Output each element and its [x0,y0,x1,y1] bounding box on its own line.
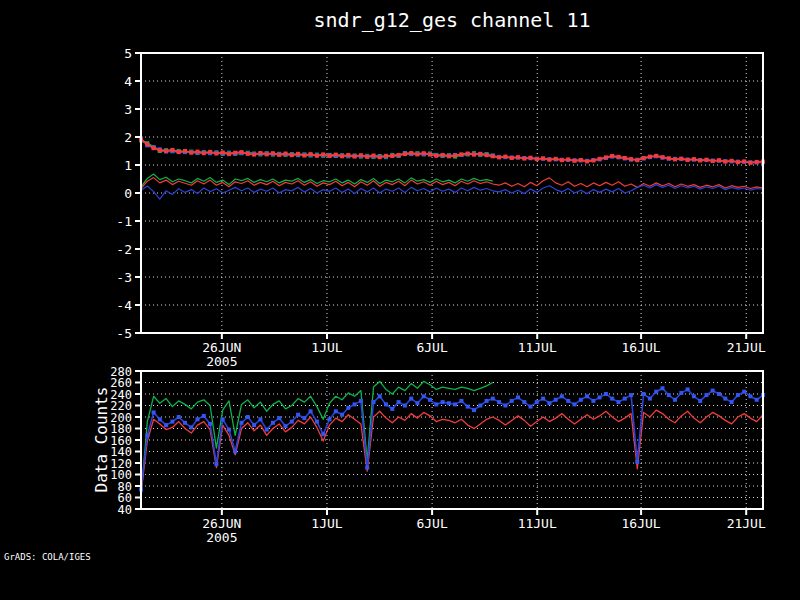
data-point-marker [673,157,677,161]
data-point-marker [510,156,514,160]
data-point-marker [290,420,294,424]
data-point-marker [252,153,256,157]
data-point-marker [604,392,608,396]
data-point-marker [554,157,558,161]
data-point-marker [554,398,558,402]
data-point-marker [346,153,350,157]
data-point-marker [742,390,746,394]
data-point-marker [560,158,564,162]
data-point-marker [183,421,187,425]
grads-plot-screen: sndr_g12_ges channel 11 543210-1-2-3-4-5… [0,0,800,600]
x-tick-sublabel: 2005 [206,354,237,369]
data-point-marker [384,402,388,406]
data-point-marker [742,159,746,163]
data-point-marker [340,154,344,158]
data-point-marker [422,151,426,155]
data-point-marker [679,391,683,395]
data-point-marker [152,410,156,414]
data-point-marker [372,400,376,404]
data-point-marker [221,150,225,154]
data-point-marker [717,158,721,162]
data-point-marker [158,417,162,421]
y-tick-label: 0 [124,186,132,201]
data-point-marker [246,152,250,156]
data-point-marker [566,399,570,403]
data-point-marker [686,387,690,391]
series-blue-counts-markers [139,386,765,491]
data-point-marker [277,153,281,157]
data-point-marker [478,404,482,408]
data-point-marker [415,401,419,405]
series-green-line-series-line [141,174,493,187]
data-point-marker [466,405,470,409]
data-point-marker [233,151,237,155]
data-point-marker [642,156,646,160]
data-point-marker [585,394,589,398]
data-point-marker [189,151,193,155]
data-point-marker [535,400,539,404]
y-tick-label: 40 [118,503,132,517]
data-point-marker [579,398,583,402]
x-tick-sublabel: 2005 [206,530,237,545]
data-point-marker [503,155,507,159]
data-point-marker [284,152,288,156]
data-point-marker [497,155,501,159]
data-point-marker [246,415,250,419]
data-point-marker [673,398,677,402]
data-point-marker [390,154,394,158]
data-point-marker [617,400,621,404]
data-point-marker [397,400,401,404]
data-point-marker [692,394,696,398]
data-point-marker [265,152,269,156]
data-point-marker [208,150,212,154]
data-point-marker [258,151,262,155]
data-point-marker [686,158,690,162]
y-tick-label: -2 [116,242,132,257]
y-tick-label: 1 [124,158,132,173]
data-point-marker [755,160,759,164]
data-point-marker [258,417,262,421]
data-point-marker [240,150,244,154]
data-point-marker [679,157,683,161]
data-point-marker [648,155,652,159]
data-point-marker [591,159,595,163]
data-point-marker [302,154,306,158]
data-point-marker [453,154,457,158]
data-point-marker [541,156,545,160]
data-point-marker [409,397,413,401]
plot-canvas: 543210-1-2-3-4-526JUN20051JUL6JUL11JUL16… [0,0,800,600]
data-point-marker [164,423,168,427]
data-point-marker [623,156,627,160]
data-point-marker [415,152,419,156]
data-point-marker [635,158,639,162]
data-point-marker [503,404,507,408]
data-point-marker [748,394,752,398]
chart-title: sndr_g12_ges channel 11 [141,8,763,32]
data-point-marker [705,158,709,162]
data-point-marker [661,155,665,159]
data-point-marker [397,153,401,157]
data-point-marker [522,157,526,161]
data-point-marker [359,153,363,157]
data-point-marker [541,397,545,401]
data-point-marker [491,154,495,158]
data-point-marker [529,156,533,160]
data-point-marker [315,154,319,158]
data-point-marker [365,466,369,470]
bottom-panel-ylabel: Data Counts [92,384,111,496]
data-point-marker [353,402,357,406]
data-point-marker [309,152,313,156]
data-point-marker [635,460,639,464]
data-point-marker [196,417,200,421]
data-point-marker [491,397,495,401]
data-point-marker [340,413,344,417]
data-point-marker [240,421,244,425]
data-point-marker [428,398,432,402]
y-tick-label: 5 [124,46,132,61]
x-tick-label: 16JUL [622,340,661,355]
data-point-marker [434,154,438,158]
x-tick-label: 1JUL [311,516,342,531]
data-point-marker [365,155,369,159]
x-tick-label: 6JUL [416,516,447,531]
data-point-marker [271,421,275,425]
